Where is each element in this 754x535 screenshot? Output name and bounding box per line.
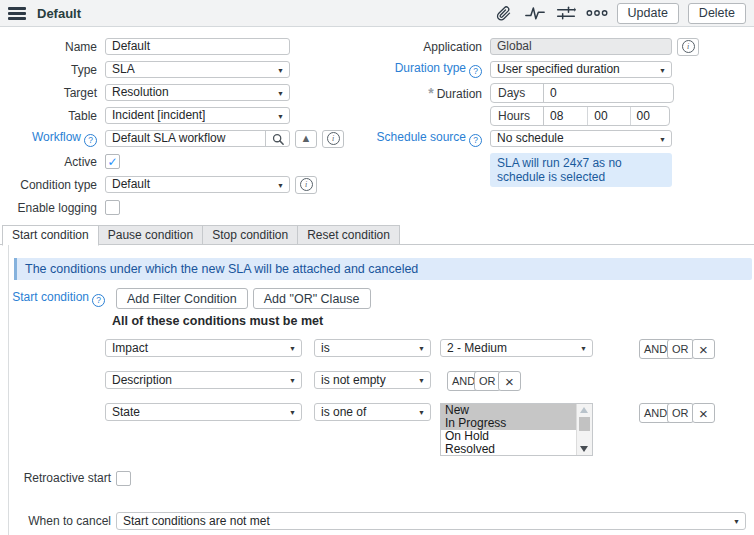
duration-minutes-input[interactable]: 00 [588,107,630,125]
help-icon[interactable]: ? [92,294,105,307]
target-label: Target [0,86,105,100]
close-icon: × [699,341,708,358]
days-label: Days [491,84,544,102]
schedule-source-label: Schedule source? [376,130,490,147]
close-icon: × [699,405,708,422]
more-options-icon[interactable] [586,3,608,23]
condition1-value-select[interactable]: 2 - Medium▼ [440,339,593,357]
duration-hours-group: Hours 08 00 00 [490,106,670,126]
duration-label: *Duration [376,85,490,101]
field-row-schedule-source: Schedule source? No schedule▼ [376,127,754,150]
name-label: Name [0,40,105,54]
condition2-operator-select[interactable]: is not empty▼ [314,371,431,389]
condition2-field-select[interactable]: Description▼ [105,371,302,389]
condition2-delete-button[interactable]: × [498,371,521,391]
condition-type-label: Condition type [0,178,105,192]
form-column-right: Application Global i Duration type? User… [376,35,754,219]
chevron-down-icon: ▼ [289,405,296,420]
when-to-cancel-select[interactable]: Start conditions are not met▼ [116,512,746,530]
condition3-delete-button[interactable]: × [692,403,715,423]
close-icon: × [505,373,514,390]
enable-logging-checkbox[interactable] [105,200,120,215]
duration-days-group: Days 0 [490,83,674,103]
duration-days-input[interactable]: 0 [544,84,673,102]
condition3-value-listbox[interactable]: New In Progress On Hold Resolved [440,403,593,456]
chevron-down-icon: ▼ [659,62,666,77]
when-to-cancel-label: When to cancel [9,514,111,528]
chevron-down-icon: ▼ [418,405,425,420]
chevron-down-icon: ▼ [418,373,425,388]
start-condition-panel: The conditions under which the new SLA w… [8,245,754,535]
attachment-icon[interactable] [493,3,515,23]
add-filter-condition-button[interactable]: Add Filter Condition [116,288,248,309]
field-row-name: Name Default [0,35,376,58]
duration-hours-input[interactable]: 08 [544,107,588,125]
condition1-or-button[interactable]: OR [667,339,694,359]
chevron-down-icon: ▼ [277,85,284,100]
workflow-preview-button[interactable]: i [322,130,344,148]
when-to-cancel-row: When to cancel Start conditions are not … [9,512,754,530]
condition1-delete-button[interactable]: × [692,339,715,359]
condition2-or-button[interactable]: OR [474,371,501,391]
application-field: Global [490,38,672,55]
scroll-down-icon[interactable] [580,446,588,452]
help-icon[interactable]: ? [469,134,482,147]
chevron-down-icon: ▼ [289,341,296,356]
retroactive-start-checkbox[interactable] [116,471,131,486]
condition1-operator-select[interactable]: is▼ [314,339,431,357]
field-row-schedule-note: SLA will run 24x7 as no schedule is sele… [376,153,754,189]
condition3-field-select[interactable]: State▼ [105,403,302,421]
application-info-button[interactable]: i [677,38,699,56]
info-icon: i [327,132,340,145]
duration-type-label: Duration type? [376,61,490,78]
active-checkbox[interactable]: ✓ [105,154,120,169]
duration-seconds-input[interactable]: 00 [631,107,669,125]
workflow-reference-input[interactable]: Default SLA workflow [105,130,290,147]
type-label: Type [0,63,105,77]
field-row-workflow: Workflow? Default SLA workflow ▲ i [0,127,376,150]
chevron-down-icon: ▼ [418,341,425,356]
condition3-or-button[interactable]: OR [667,403,694,423]
update-button[interactable]: Update [617,3,679,24]
schedule-source-select[interactable]: No schedule▼ [490,130,672,147]
workflow-label: Workflow? [0,130,105,147]
workflow-warning-button[interactable]: ▲ [295,130,317,148]
listbox-option-resolved[interactable]: Resolved [441,443,592,456]
chevron-down-icon: ▼ [289,373,296,388]
type-select[interactable]: SLA▼ [105,61,290,78]
table-select[interactable]: Incident [incident]▼ [105,107,290,124]
condition-row-1: Impact▼ is▼ 2 - Medium▼ AND OR × [9,339,754,360]
duration-type-select[interactable]: User specified duration▼ [490,61,672,78]
field-row-target: Target Resolution▼ [0,81,376,104]
condition1-field-select[interactable]: Impact▼ [105,339,302,357]
delete-button[interactable]: Delete [688,3,746,24]
condition-type-select[interactable]: Default▼ [105,176,290,193]
help-icon[interactable]: ? [469,65,482,78]
tab-start-condition[interactable]: Start condition [2,225,99,246]
personalize-form-icon[interactable] [555,3,577,23]
target-select[interactable]: Resolution▼ [105,84,290,101]
reference-lookup-button[interactable] [265,131,289,146]
help-icon[interactable]: ? [84,134,97,147]
scrollbar-thumb[interactable] [579,417,590,431]
tab-stop-condition[interactable]: Stop condition [203,225,298,245]
enable-logging-label: Enable logging [0,201,105,215]
active-label: Active [0,155,105,169]
field-row-type: Type SLA▼ [0,58,376,81]
field-row-duration-hours: Hours 08 00 00 [376,104,754,127]
add-or-clause-button[interactable]: Add "OR" Clause [253,288,371,309]
field-row-active: Active ✓ [0,150,376,173]
condition-type-info-button[interactable]: i [295,176,317,194]
listbox-scrollbar[interactable] [576,404,592,455]
form-context-menu-icon[interactable] [8,7,26,20]
field-row-table: Table Incident [incident]▼ [0,104,376,127]
chevron-down-icon: ▼ [277,62,284,77]
record-header: Default Update Delete [0,0,754,27]
scroll-up-icon[interactable] [580,407,588,413]
tab-reset-condition[interactable]: Reset condition [298,225,400,245]
condition3-operator-select[interactable]: is one of▼ [314,403,431,421]
activity-stream-icon[interactable] [524,3,546,23]
name-input[interactable]: Default [105,38,290,55]
tab-pause-condition[interactable]: Pause condition [99,225,203,245]
condition-tabs: Start conditionPause conditionStop condi… [0,225,754,245]
